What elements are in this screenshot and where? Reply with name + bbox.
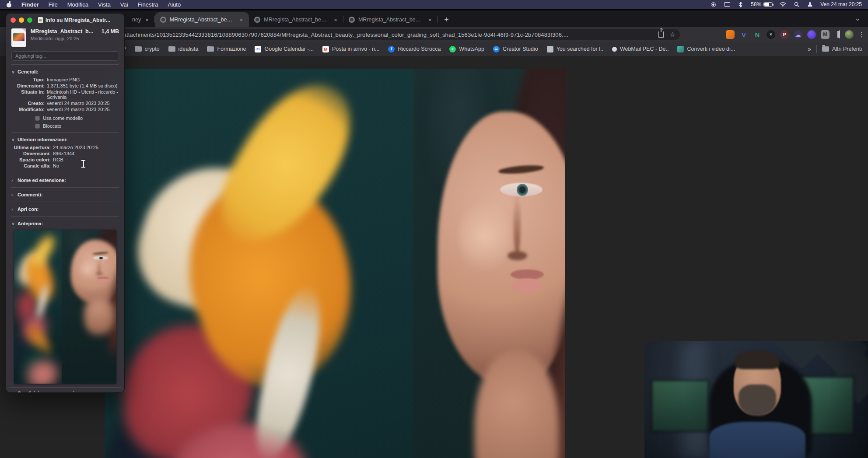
- menu-finder[interactable]: Finder: [21, 1, 39, 8]
- bookmark-facebook[interactable]: f Riccardo Scrocca: [388, 46, 441, 52]
- menu-bar-clock[interactable]: Ven 24 mar 20:25: [820, 1, 862, 7]
- battery-indicator[interactable]: 58%: [751, 1, 773, 7]
- bookmark-google-calendar[interactable]: 31 Google Calendar -...: [255, 46, 314, 52]
- section-ulteriori-informazioni[interactable]: ∨ Ulteriori informazioni:: [6, 135, 124, 144]
- menu-vai[interactable]: Vai: [120, 1, 128, 8]
- screen-record-icon[interactable]: [710, 2, 717, 7]
- bookmark-you-searched[interactable]: You searched for l..: [547, 46, 603, 52]
- minimize-traffic-light[interactable]: [19, 17, 24, 23]
- wallet-v-extension-icon[interactable]: V: [739, 30, 748, 39]
- info-label: Ultima apertura:: [9, 145, 51, 150]
- info-window-title: Info su MRregista_Abstr...: [46, 17, 110, 23]
- main-image: [105, 69, 565, 458]
- tab-strip: ney × MRregista_Abstract_beauty._ × MRre…: [0, 10, 868, 27]
- checkbox-use-as-template[interactable]: [35, 116, 40, 121]
- section-generali[interactable]: ∨ Generali:: [6, 67, 124, 76]
- browser-menu-kebab-icon[interactable]: ⋮: [858, 31, 864, 38]
- chevron-down-icon[interactable]: ∨: [11, 137, 15, 142]
- bookmark-whatsapp[interactable]: ✆ WhatsApp: [449, 46, 484, 52]
- cloud-extension-icon[interactable]: ☁: [794, 30, 802, 39]
- add-tags-field[interactable]: Aggiungi tag...: [11, 51, 119, 61]
- bookmark-webmail-pec[interactable]: WebMail PEC - De..: [612, 46, 669, 52]
- side-panel-icon[interactable]: [839, 31, 840, 38]
- tab-close-icon[interactable]: ×: [333, 17, 338, 23]
- black-circle-extension-icon[interactable]: ✕: [766, 30, 775, 39]
- share-icon[interactable]: [657, 31, 665, 38]
- spotlight-search-icon[interactable]: [793, 2, 800, 7]
- tab-active[interactable]: MRregista_Abstract_beauty._ ×: [155, 12, 249, 27]
- user-switch-icon[interactable]: [807, 2, 813, 7]
- bookmark-folder-formazione[interactable]: Formazione: [207, 46, 246, 52]
- tab-2[interactable]: MRregista_Abstract_beauty._ ×: [249, 12, 343, 27]
- chevron-right-icon[interactable]: ›: [11, 391, 15, 393]
- section-commenti[interactable]: › Commenti:: [6, 190, 124, 199]
- bluetooth-icon[interactable]: [737, 2, 744, 7]
- metamask-extension-icon[interactable]: [726, 30, 735, 39]
- bookmark-label: Creator Studio: [503, 46, 538, 52]
- menu-file[interactable]: File: [49, 1, 58, 8]
- webmail-icon: [612, 47, 617, 52]
- section-heading: Ulteriori informazioni:: [18, 137, 67, 142]
- section-heading: Anteprima:: [18, 221, 43, 226]
- battery-percent-label: 58%: [751, 1, 761, 7]
- file-modified-line: Modificato: oggi, 20:25: [31, 36, 119, 41]
- password-key-extension-icon[interactable]: P: [780, 30, 789, 39]
- extensions-row: V N ✕ P ☁ M ⋮: [726, 27, 864, 42]
- chevron-right-icon[interactable]: ›: [11, 178, 15, 183]
- section-nome-ed-estensione[interactable]: › Nome ed estensione:: [6, 176, 124, 185]
- bookmark-converti-video[interactable]: Converti i video di...: [677, 46, 735, 52]
- m-tile-extension-icon[interactable]: M: [821, 30, 830, 39]
- other-bookmarks-folder[interactable]: Altri Preferiti: [822, 46, 862, 52]
- bookmark-gmail[interactable]: M Posta in arrivo - ri...: [322, 46, 379, 52]
- bookmark-folder-idealista[interactable]: idealista: [168, 46, 199, 52]
- menu-modifica[interactable]: Modifica: [67, 1, 88, 8]
- apple-menu-icon[interactable]: [6, 2, 12, 7]
- address-bar[interactable]: /attachments/1013512335442333816/1088906…: [115, 29, 680, 40]
- bookmark-label: Riccardo Scrocca: [398, 46, 441, 52]
- tab-close-icon[interactable]: ×: [239, 17, 244, 23]
- section-heading: Condivisione e permessi:: [18, 391, 76, 393]
- checkbox-locked[interactable]: [35, 124, 40, 129]
- info-label: Canale alfa:: [9, 163, 51, 168]
- tab-favicon: [254, 17, 260, 23]
- converter-icon: [677, 46, 684, 52]
- tab-search-chevron-icon[interactable]: ⌄: [855, 15, 860, 22]
- url-text: /attachments/1013512335442333816/1088906…: [122, 31, 653, 38]
- menu-aiuto[interactable]: Aiuto: [168, 1, 181, 8]
- info-value: venerdì 24 marzo 2023 20:25: [47, 101, 120, 106]
- chevron-right-icon[interactable]: ›: [11, 207, 15, 212]
- chevron-down-icon[interactable]: ∨: [11, 221, 15, 226]
- tab-hidden-partial[interactable]: ney ×: [127, 12, 155, 27]
- bookmark-creator-studio[interactable]: ∞ Creator Studio: [493, 46, 538, 52]
- bookmark-folder-crypto[interactable]: crypto: [135, 46, 160, 52]
- info-label: Dimensioni:: [9, 151, 51, 156]
- use-as-template-row[interactable]: Usa come modello: [6, 114, 124, 122]
- bookmark-star-icon[interactable]: ☆: [669, 31, 676, 38]
- section-apri-con[interactable]: › Apri con:: [6, 205, 124, 213]
- tab-3[interactable]: MRregista_Abstract_beauty._ ×: [343, 12, 438, 27]
- tab-close-icon[interactable]: ×: [144, 17, 150, 23]
- locked-row[interactable]: Bloccato: [6, 122, 124, 129]
- new-tab-button[interactable]: +: [441, 14, 453, 26]
- info-window-titlebar[interactable]: Info su MRregista_Abstr...: [6, 14, 124, 27]
- close-traffic-light[interactable]: [10, 17, 16, 23]
- section-condivisione-e-permessi[interactable]: › Condivisione e permessi:: [6, 388, 124, 393]
- display-icon[interactable]: [724, 2, 730, 7]
- n-token-extension-icon[interactable]: N: [753, 30, 762, 39]
- zoom-traffic-light[interactable]: [27, 17, 32, 23]
- menu-finestra[interactable]: Finestra: [138, 1, 158, 8]
- menu-vista[interactable]: Vista: [98, 1, 111, 8]
- battery-icon: [763, 2, 773, 7]
- chevron-down-icon[interactable]: ∨: [11, 70, 15, 74]
- profile-avatar[interactable]: [845, 30, 854, 39]
- checkbox-label: Bloccato: [43, 123, 61, 129]
- purple-app-extension-icon[interactable]: [807, 30, 816, 39]
- bookmark-label: idealista: [178, 46, 199, 52]
- tab-favicon: [160, 17, 166, 23]
- section-heading: Nome ed estensione:: [18, 178, 66, 183]
- chevron-right-icon[interactable]: ›: [11, 192, 15, 197]
- wifi-icon[interactable]: [780, 2, 786, 7]
- tab-close-icon[interactable]: ×: [427, 17, 433, 23]
- bookmarks-overflow-icon[interactable]: »: [808, 45, 811, 52]
- section-anteprima[interactable]: ∨ Anteprima:: [6, 219, 124, 228]
